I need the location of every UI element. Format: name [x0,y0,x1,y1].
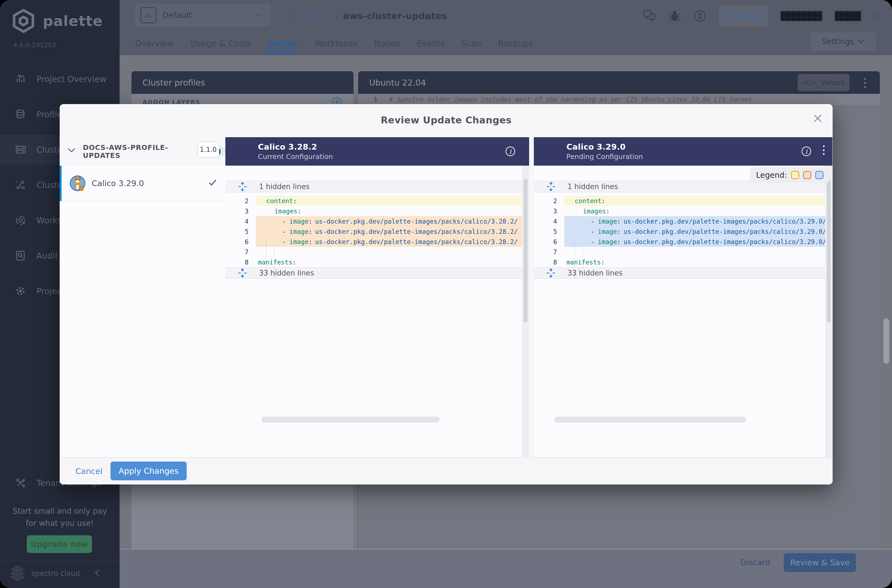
user-menu-chevron-icon[interactable] [874,14,881,18]
pane-menu-kebab-icon[interactable] [823,146,824,155]
project-selector[interactable]: Default [135,4,270,27]
book-icon [726,10,736,21]
info-icon[interactable]: i [505,146,516,157]
modal-footer: Cancel Apply Changes [60,457,833,484]
app-version: 4.6.0-241203 [13,41,56,49]
svg-text:i: i [805,148,808,155]
pack-name: Calico 3.29.0 [92,178,144,188]
profile-list-panel: DOCS-AWS-PROFILE-UPDATES PROJ 1.1.0 [60,137,226,458]
tab-usage-costs[interactable]: Usage & Costs [191,32,251,55]
help-compass-icon[interactable] [694,10,706,22]
diff-legend: Legend: [750,167,830,183]
profile-group-header[interactable]: DOCS-AWS-PROFILE-UPDATES PROJ 1.1.0 [60,137,225,166]
breadcrumb-separator: / [335,11,338,21]
review-save-button[interactable]: Review & Save [784,553,856,572]
line-number: 1 [358,96,377,103]
tab-events[interactable]: Events [416,32,444,55]
tab-nodes[interactable]: Nodes [374,32,400,55]
hidden-lines-bottom[interactable]: 33 hidden lines [225,267,529,279]
tab-workloads[interactable]: Workloads [315,32,357,55]
check-icon [208,179,217,186]
svg-text:i: i [509,148,512,155]
docs-label: Docs [739,11,761,21]
values-label: Values [821,78,844,87]
sidebar-item-project-overview[interactable]: Project Overview [0,70,120,88]
vertical-scrollbar[interactable] [522,166,529,458]
pane-subtitle: Pending Configuration [566,153,832,160]
legend-changed-swatch [791,171,799,179]
diff-pane-pending: Calico 3.29.0 Pending Configuration i Le… [534,137,832,458]
apply-changes-button[interactable]: Apply Changes [110,462,187,480]
layers-stack-icon [14,109,27,120]
horizontal-scrollbar-thumb[interactable] [261,417,440,423]
topbar-actions: Docs [643,0,881,32]
orbit-circles-icon [14,215,27,225]
hidden-lines-label: 33 hidden lines [259,269,314,277]
cluster-tabs: Overview Usage & Costs Profile Workloads… [135,32,533,55]
page-actions-divider [120,549,892,550]
unfold-icon [237,182,248,192]
info-icon[interactable]: i [801,146,812,157]
pack-list-item-calico[interactable]: Calico 3.29.0 [60,166,225,201]
tab-backups[interactable]: Backups [498,32,533,55]
docs-button[interactable]: Docs [719,5,768,27]
scrollbar-thumb[interactable] [827,179,831,322]
project-selector-label: Default [162,10,192,20]
palette-logo-icon [11,8,36,34]
indent-guide [274,248,275,278]
hidden-lines-label: 1 hidden lines [568,183,618,191]
app-window: Default / Clusters / aws-cluster-updates… [0,0,892,588]
legend-added-swatch [815,171,823,179]
bug-report-icon[interactable] [668,10,681,22]
scrollbar-thumb[interactable] [524,179,527,322]
cancel-button[interactable]: Cancel [72,458,105,484]
vertical-scrollbar[interactable] [825,166,832,458]
user-name-redacted-2 [835,11,861,21]
breadcrumb-separator: / [290,11,293,21]
hidden-lines-bottom[interactable]: 33 hidden lines [534,267,832,279]
tab-overview[interactable]: Overview [135,32,174,55]
diff-pane-current: Calico 3.28.2 Current Configuration i 1 … [225,137,529,458]
code-line: 3images: [225,206,529,216]
tools-icon [14,478,27,488]
pack-menu-kebab-icon[interactable] [859,75,871,90]
profile-name: DOCS-AWS-PROFILE-UPDATES [83,144,195,159]
pane-title: Calico 3.29.0 [566,142,832,152]
breadcrumb-clusters-link[interactable]: Clusters [298,11,330,21]
diff-pane-header-current: Calico 3.28.2 Current Configuration i [225,137,529,166]
close-icon[interactable]: × [812,110,823,126]
sidebar-collapse-icon[interactable] [94,568,101,577]
chevron-down-icon [255,13,263,18]
code-line-added: 4-image:us-docker.pkg.dev/palette-images… [534,216,832,226]
values-button[interactable]: </> Values [797,74,850,91]
unfold-icon [237,268,248,278]
code-line-removed: 4-image:us-docker.pkg.dev/palette-images… [225,216,529,226]
cluster-profiles-panel-header: Cluster profiles [131,71,353,94]
unfold-icon [546,182,556,192]
code-line: 8manifests: [534,257,832,267]
code-line: 2content: [225,196,529,206]
pack-title: Ubuntu 22.04 [369,78,426,87]
user-name-redacted [781,11,822,21]
settings-button[interactable]: Settings [810,32,876,51]
tab-scan[interactable]: Scan [461,32,481,55]
code-line: 2content: [534,196,832,206]
chevron-down-icon [857,39,864,44]
feedback-chat-icon[interactable] [643,10,656,22]
page-scrollbar-thumb[interactable] [883,318,889,364]
code-line: 3images: [534,206,832,216]
cluster-profiles-title: Cluster profiles [143,78,205,87]
discard-button[interactable]: Discard [734,553,776,572]
hidden-lines-top[interactable]: 1 hidden lines [225,181,529,192]
pack-editor-line: 1 # Spectro Golden images includes most … [358,94,880,105]
upgrade-now-button[interactable]: Upgrade now [27,535,92,553]
hidden-lines-label: 33 hidden lines [568,269,622,277]
diff-body-current: 1 hidden lines 2content: 3images: 4-imag… [225,166,529,458]
horizontal-scrollbar-thumb[interactable] [554,417,746,423]
network-nodes-icon [14,180,27,190]
code-line: 8manifests: [225,257,529,267]
code-line: 7 [225,247,529,257]
tab-profile[interactable]: Profile [267,32,298,55]
brand-footer: spectro cloud [9,566,80,581]
indent-guide [583,248,583,278]
